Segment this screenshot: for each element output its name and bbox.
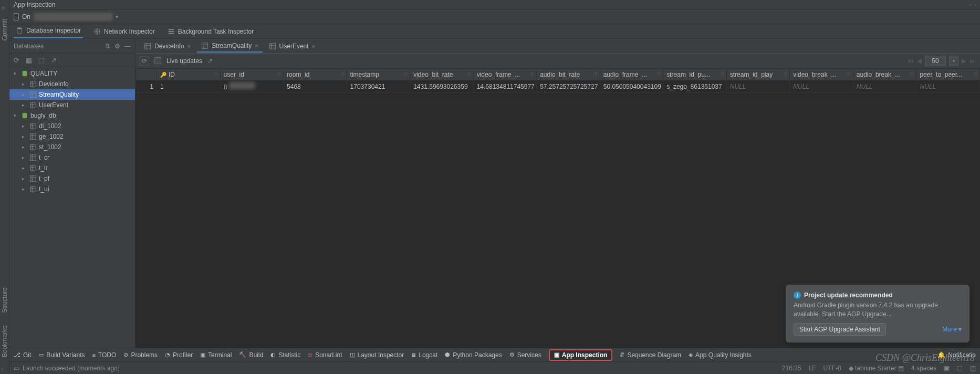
status-icon-1[interactable]: ▣ (944, 365, 950, 372)
bottom-tool-app-quality-insights[interactable]: ◈App Quality Insights (689, 351, 752, 359)
page-size-input[interactable] (925, 56, 946, 66)
table-cell[interactable]: 1431.59693026359 (410, 80, 474, 93)
tab-network-inspector[interactable]: Network Inspector (91, 25, 157, 38)
tree-arrow-icon[interactable]: ▸ (22, 123, 27, 129)
chevron-down-icon[interactable]: ▾ (116, 14, 118, 19)
page-last-icon[interactable]: ⏭ (969, 57, 976, 65)
hide-icon[interactable]: — (124, 43, 131, 50)
keep-open-icon[interactable]: ⬚ (38, 56, 45, 64)
close-icon[interactable]: × (312, 43, 315, 49)
gutter-bookmarks[interactable]: Bookmarks (1, 326, 8, 357)
more-link[interactable]: More ▾ (942, 326, 962, 333)
bottom-tool-git[interactable]: ⎇Git (14, 351, 31, 359)
tree-arrow-icon[interactable]: ▸ (22, 155, 27, 160)
bottom-tool-app-inspection[interactable]: ▣App Inspection (549, 349, 613, 361)
data-tab-deviceinfo[interactable]: DeviceInfo× (140, 40, 195, 52)
sort-icon[interactable]: ◇ (341, 71, 345, 76)
data-tab-streamquality[interactable]: StreamQuality× (197, 40, 262, 53)
bottom-tool-profiler[interactable]: ◔Profiler (165, 351, 193, 359)
tabnine-status[interactable]: ◆ tabnine Starter ▤ (849, 365, 904, 372)
close-icon[interactable]: × (187, 43, 191, 49)
table-cell[interactable]: NULL (853, 80, 916, 93)
bottom-tool-sequence-diagram[interactable]: ⇵Sequence Diagram (620, 351, 681, 359)
export-icon[interactable]: ↗ (51, 56, 57, 64)
bottom-tool-build-variants[interactable]: ▭Build Variants (38, 351, 85, 359)
column-header[interactable]: video_break_...◇ (790, 69, 853, 80)
column-header[interactable]: 🔑ID◇ (157, 69, 221, 80)
tree-arrow-icon[interactable]: ▾ (14, 113, 19, 118)
gear-icon[interactable]: ⚙ (114, 43, 120, 50)
tree-arrow-icon[interactable]: ▸ (22, 81, 27, 87)
sort-icon[interactable]: ◇ (721, 71, 724, 76)
page-next-icon[interactable]: ▶ (962, 57, 966, 65)
column-header[interactable]: timestamp◇ (347, 69, 410, 80)
tree-item-deviceinfo[interactable]: ▸DeviceInfo (9, 79, 135, 89)
sort-icon[interactable]: ◇ (594, 71, 598, 76)
filter-icon[interactable]: ⇅ (105, 43, 110, 50)
column-header[interactable]: peer_to_peer...◇ (916, 69, 980, 80)
data-tab-userevent[interactable]: UserEvent× (265, 40, 319, 52)
table-cell[interactable]: NULL (790, 80, 853, 93)
table-cell[interactable]: 57.25725725725727 (537, 80, 600, 93)
page-prev-icon[interactable]: ◀ (917, 57, 922, 65)
table-cell[interactable]: 14.68134811745977 (473, 80, 537, 93)
minimize-icon[interactable]: — (969, 1, 976, 8)
column-header[interactable]: audio_frame_...◇ (600, 69, 663, 80)
tree-arrow-icon[interactable]: ▸ (22, 165, 27, 171)
device-name-blurred[interactable] (34, 13, 112, 21)
tree-item-streamquality[interactable]: ▸StreamQuality (9, 89, 135, 100)
bottom-tool-sonarlint[interactable]: ⊖SonarLint (308, 351, 342, 359)
line-separator[interactable]: LF (809, 365, 816, 372)
tree-arrow-icon[interactable]: ▸ (22, 144, 27, 150)
table-cell[interactable]: s_zego_861351037 (663, 80, 727, 93)
sort-icon[interactable]: ◇ (214, 71, 218, 76)
column-header[interactable]: audio_break_...◇ (853, 69, 916, 80)
status-icon-2[interactable]: ⬚ (957, 365, 963, 372)
tree-item-t_lr[interactable]: ▸t_lr (9, 163, 135, 173)
bottom-tool-logcat[interactable]: ≣Logcat (411, 351, 437, 359)
table-cell[interactable]: NULL (726, 80, 790, 93)
sort-icon[interactable]: ◇ (467, 71, 471, 76)
bottom-tool-problems[interactable]: ⊘Problems (123, 351, 158, 359)
tree-arrow-icon[interactable]: ▸ (22, 134, 27, 139)
page-size-dropdown[interactable]: ▾ (949, 56, 958, 66)
sort-icon[interactable]: ◇ (404, 71, 408, 76)
sort-icon[interactable]: ◇ (847, 71, 851, 76)
bottom-tool-layout-inspector[interactable]: ◫Layout Inspector (350, 351, 404, 359)
bottom-tool-terminal[interactable]: ▣Terminal (200, 351, 232, 359)
tree-item-t_ui[interactable]: ▸t_ui (9, 184, 135, 194)
file-encoding[interactable]: UTF-8 (823, 365, 841, 372)
page-first-icon[interactable]: ⏮ (908, 57, 914, 65)
sort-icon[interactable]: ◇ (657, 71, 661, 76)
tree-item-ge_1002[interactable]: ▸ge_1002 (9, 131, 135, 142)
table-cell[interactable]: 1 (157, 80, 221, 93)
tree-item-t_pf[interactable]: ▸t_pf (9, 173, 135, 184)
gutter-structure[interactable]: Structure (1, 287, 8, 313)
tree-arrow-icon[interactable]: ▸ (22, 186, 27, 192)
tree-item-userevent[interactable]: ▸UserEvent (9, 100, 135, 110)
tree-item-st_1002[interactable]: ▸st_1002 (9, 142, 135, 152)
notifications-button[interactable]: 🔔Notificatio (937, 351, 976, 359)
tree-arrow-icon[interactable]: ▸ (22, 176, 27, 181)
table-cell[interactable]: NULL (916, 80, 980, 93)
sort-icon[interactable]: ◇ (530, 71, 534, 76)
column-header[interactable]: video_bit_rate◇ (410, 69, 474, 80)
table-row[interactable]: 118 546817037304211431.5969302635914.681… (136, 80, 980, 93)
sort-icon[interactable]: ◇ (784, 71, 787, 76)
refresh-button[interactable]: ⟳ (140, 56, 149, 66)
tree-item-bugly_db_[interactable]: ▾bugly_db_ (9, 110, 135, 121)
tree-arrow-icon[interactable]: ▸ (22, 102, 27, 108)
bottom-tool-statistic[interactable]: ◐Statistic (270, 351, 300, 359)
tab-background-task-inspector[interactable]: Background Task Inspector (165, 25, 256, 38)
gutter-commit[interactable]: Commit (1, 19, 8, 40)
column-header[interactable]: room_id◇ (284, 69, 347, 80)
indent-status[interactable]: 4 spaces (911, 365, 936, 372)
live-updates-checkbox[interactable] (154, 57, 161, 64)
status-icon-3[interactable]: ◫ (970, 365, 976, 372)
tree-arrow-icon[interactable]: ▸ (22, 92, 27, 97)
new-query-icon[interactable]: ▦ (26, 56, 32, 64)
tree-item-t_cr[interactable]: ▸t_cr (9, 152, 135, 163)
table-cell[interactable]: 1703730421 (347, 80, 410, 93)
column-header[interactable]: stream_id_pu...◇ (663, 69, 727, 80)
tree-item-dl_1002[interactable]: ▸dl_1002 (9, 121, 135, 131)
